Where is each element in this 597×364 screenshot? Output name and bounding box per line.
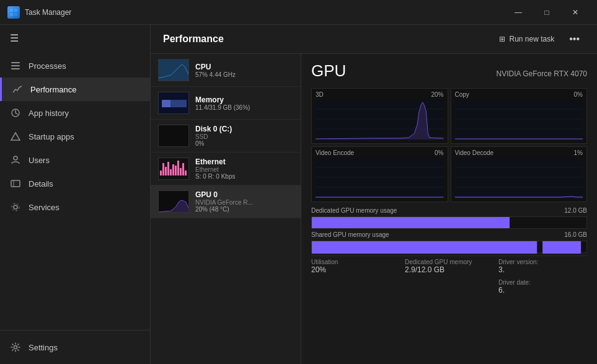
app-history-icon bbox=[10, 107, 21, 118]
svg-point-14 bbox=[14, 346, 17, 349]
sidebar-item-performance[interactable]: Performance bbox=[0, 78, 150, 101]
close-button[interactable]: ✕ bbox=[561, 2, 590, 22]
sidebar-label-services: Services bbox=[29, 203, 60, 212]
sidebar-label-performance: Performance bbox=[30, 85, 76, 94]
performance-icon bbox=[12, 84, 23, 95]
graph-copy-value: 0% bbox=[574, 91, 583, 98]
content-area: Performance ⊞ Run new task ••• bbox=[151, 25, 597, 364]
stat-utilisation-value: 20% bbox=[311, 265, 400, 274]
more-options-button[interactable]: ••• bbox=[564, 31, 585, 47]
device-list: CPU 57% 4.44 GHz Memory bbox=[151, 54, 301, 364]
sidebar-item-details[interactable]: Details bbox=[0, 172, 150, 195]
graph-encode-labels: Video Encode 0% bbox=[316, 149, 444, 156]
device-item-ethernet[interactable]: Ethernet Ethernet S: 0 R: 0 Kbps bbox=[151, 153, 301, 185]
shared-mem-labels: Shared GPU memory usage 16.0 GB bbox=[311, 231, 587, 238]
graph-3d-canvas bbox=[316, 99, 444, 140]
eth-bar-3 bbox=[165, 167, 167, 175]
gpu-title: GPU bbox=[311, 61, 346, 81]
run-task-label: Run new task bbox=[509, 35, 554, 43]
dedicated-mem-value: 12.0 GB bbox=[564, 207, 587, 214]
processes-icon bbox=[10, 60, 21, 71]
graph-video-encode: Video Encode 0% bbox=[311, 146, 448, 202]
shared-mem-label: Shared GPU memory usage bbox=[311, 231, 389, 238]
sidebar-item-services[interactable]: Services bbox=[0, 195, 150, 219]
svg-rect-35 bbox=[455, 158, 583, 198]
dedicated-mem-bar-container bbox=[311, 216, 587, 229]
stat-utilisation: Utilisation 20% bbox=[311, 259, 400, 274]
shared-mem-section: Shared GPU memory usage 16.0 GB bbox=[311, 231, 587, 253]
svg-rect-0 bbox=[10, 9, 13, 12]
sidebar-item-processes[interactable]: Processes bbox=[0, 54, 150, 78]
stats-footer: Utilisation 20% Dedicated GPU memory 2.9… bbox=[311, 255, 587, 295]
device-item-memory[interactable]: Memory 11.4/31.9 GB (36%) bbox=[151, 87, 301, 120]
sidebar-item-app-history[interactable]: App history bbox=[0, 101, 150, 125]
device-val-disk: 0% bbox=[195, 140, 293, 147]
users-icon bbox=[10, 154, 21, 166]
sidebar-label-users: Users bbox=[29, 156, 50, 165]
graph-copy-label: Copy bbox=[455, 91, 469, 98]
stat-driver-date: Driver date: 6. bbox=[498, 279, 587, 295]
title-bar: Task Manager — □ ✕ bbox=[0, 0, 597, 25]
svg-rect-2 bbox=[10, 13, 13, 16]
stat-utilisation-label: Utilisation bbox=[311, 259, 400, 265]
graph-decode-labels: Video Decode 1% bbox=[455, 149, 583, 156]
sidebar-item-users[interactable]: Users bbox=[0, 148, 150, 172]
graph-decode-label: Video Decode bbox=[455, 149, 494, 156]
sidebar: ☰ Processes Perform bbox=[0, 25, 151, 364]
svg-rect-4 bbox=[11, 62, 20, 63]
maximize-button[interactable]: □ bbox=[533, 2, 561, 22]
svg-rect-31 bbox=[316, 158, 444, 198]
hamburger-button[interactable]: ☰ bbox=[0, 25, 150, 51]
sidebar-item-startup[interactable]: Startup apps bbox=[0, 125, 150, 148]
sidebar-label-settings: Settings bbox=[29, 343, 58, 352]
device-item-disk[interactable]: Disk 0 (C:) SSD 0% bbox=[151, 120, 301, 153]
dedicated-mem-label: Dedicated GPU memory usage bbox=[311, 207, 397, 214]
svg-rect-27 bbox=[455, 99, 583, 140]
device-info-ethernet: Ethernet Ethernet S: 0 R: 0 Kbps bbox=[195, 158, 293, 180]
device-name-memory: Memory bbox=[195, 95, 293, 104]
graph-3d-labels: 3D 20% bbox=[316, 91, 444, 98]
eth-bar-2 bbox=[162, 163, 164, 175]
device-val-cpu: 57% 4.44 GHz bbox=[195, 71, 293, 78]
graph-copy-canvas bbox=[455, 99, 583, 140]
device-item-gpu0[interactable]: GPU 0 NVIDIA GeForce R... 20% (48 °C) bbox=[151, 185, 301, 218]
sidebar-nav: Processes Performance App history bbox=[0, 51, 150, 330]
svg-rect-40 bbox=[312, 241, 537, 254]
gpu-model: NVIDIA GeForce RTX 4070 bbox=[496, 69, 587, 78]
toolbar: Performance ⊞ Run new task ••• bbox=[151, 25, 597, 54]
device-sub-disk: SSD bbox=[195, 133, 293, 140]
run-task-button[interactable]: ⊞ Run new task bbox=[494, 32, 559, 46]
eth-bar-7 bbox=[175, 166, 177, 175]
shared-mem-value: 16.0 GB bbox=[564, 231, 587, 238]
dedicated-mem-bar bbox=[312, 217, 510, 228]
eth-bar-4 bbox=[167, 162, 169, 175]
dedicated-mem-section: Dedicated GPU memory usage 12.0 GB bbox=[311, 207, 587, 229]
sidebar-label-processes: Processes bbox=[29, 61, 66, 71]
eth-bar-1 bbox=[160, 171, 162, 175]
app-icon bbox=[7, 6, 20, 19]
graphs-grid: 3D 20% bbox=[311, 88, 587, 202]
stat-empty-2 bbox=[405, 279, 493, 295]
minimize-button[interactable]: — bbox=[504, 2, 533, 22]
stat-dedicated-mem: Dedicated GPU memory 2.9/12.0 GB bbox=[405, 259, 493, 274]
sidebar-label-startup: Startup apps bbox=[29, 132, 74, 141]
details-icon bbox=[10, 178, 21, 189]
sidebar-item-settings[interactable]: Settings bbox=[0, 335, 150, 359]
svg-rect-41 bbox=[542, 241, 581, 254]
sidebar-bottom: Settings bbox=[0, 330, 150, 364]
graph-3d-label: 3D bbox=[316, 91, 324, 98]
svg-marker-15 bbox=[159, 64, 189, 81]
svg-rect-6 bbox=[11, 68, 20, 69]
device-info-gpu0: GPU 0 NVIDIA GeForce R... 20% (48 °C) bbox=[195, 190, 293, 213]
device-thumb-gpu0 bbox=[158, 190, 189, 213]
device-val-memory: 11.4/31.9 GB (36%) bbox=[195, 104, 293, 111]
device-val-gpu0: 20% (48 °C) bbox=[195, 206, 293, 213]
gpu-header: GPU NVIDIA GeForce RTX 4070 bbox=[311, 61, 587, 81]
device-item-cpu[interactable]: CPU 57% 4.44 GHz bbox=[151, 54, 301, 87]
toolbar-actions: ⊞ Run new task ••• bbox=[494, 31, 585, 47]
graph-copy-labels: Copy 0% bbox=[455, 91, 583, 98]
graph-3d: 3D 20% bbox=[311, 88, 448, 144]
device-sub-gpu0: NVIDIA GeForce R... bbox=[195, 199, 293, 206]
svg-rect-18 bbox=[162, 100, 170, 107]
device-name-disk: Disk 0 (C:) bbox=[195, 125, 293, 133]
